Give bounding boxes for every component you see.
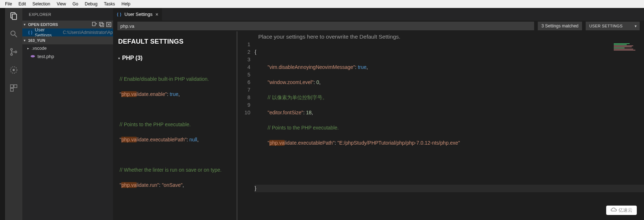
user-settings-editor[interactable]: 12345678910 { "vim.disableAnnoyingNeovim… bbox=[237, 41, 644, 220]
folder-vscode[interactable]: ▸ .vscode bbox=[22, 44, 113, 52]
chevron-down-icon: ▾ bbox=[118, 56, 120, 60]
line-gutter: 12345678910 bbox=[237, 41, 255, 220]
chevron-down-icon: ▾ bbox=[24, 39, 27, 42]
svg-rect-11 bbox=[10, 88, 13, 91]
settings-search-bar: 3 Settings matched USER SETTINGS bbox=[113, 21, 644, 31]
extensions-icon[interactable] bbox=[9, 83, 19, 93]
app-main: EXPLORER ▾ OPEN EDITORS { } User Setting… bbox=[5, 8, 644, 220]
svg-point-5 bbox=[11, 54, 13, 56]
open-editor-item[interactable]: { } User Settings C:\Users\Administrator… bbox=[22, 28, 113, 36]
tab-bar: { } User Settings × bbox=[113, 8, 644, 21]
editor-area: { } User Settings × 3 Settings matched U… bbox=[113, 8, 644, 220]
menubar: File Edit Selection View Go Debug Tasks … bbox=[0, 0, 644, 8]
default-settings-code[interactable]: // Enable/disable built-in PHP validatio… bbox=[120, 68, 232, 204]
settings-search-input[interactable] bbox=[117, 22, 534, 30]
svg-point-4 bbox=[11, 49, 13, 50]
settings-group-php[interactable]: ▾ PHP (3) bbox=[118, 55, 232, 61]
project-name: 163_YUN bbox=[28, 38, 45, 43]
user-settings-hint: Place your settings here to overwrite th… bbox=[237, 31, 644, 41]
debug-icon[interactable] bbox=[9, 65, 19, 75]
menu-edit[interactable]: Edit bbox=[15, 1, 29, 7]
save-all-icon[interactable] bbox=[99, 22, 104, 27]
json-file-icon: { } bbox=[117, 12, 122, 17]
php-file-icon bbox=[30, 54, 35, 59]
folder-label: .vscode bbox=[32, 46, 46, 51]
menu-debug[interactable]: Debug bbox=[82, 1, 100, 7]
close-icon[interactable]: × bbox=[156, 12, 158, 17]
default-settings-title: DEFAULT SETTINGS bbox=[118, 38, 232, 45]
file-test-php[interactable]: test.php bbox=[22, 52, 113, 60]
settings-panes: DEFAULT SETTINGS ▾ PHP (3) // Enable/dis… bbox=[113, 31, 644, 220]
settings-scope-dropdown[interactable]: USER SETTINGS bbox=[586, 22, 640, 30]
svg-point-2 bbox=[11, 31, 15, 35]
search-icon[interactable] bbox=[9, 29, 19, 39]
svg-point-8 bbox=[13, 69, 14, 71]
svg-rect-10 bbox=[14, 85, 17, 88]
source-control-icon[interactable] bbox=[9, 47, 19, 57]
svg-rect-1 bbox=[12, 14, 17, 19]
file-label: test.php bbox=[37, 54, 54, 59]
new-file-icon[interactable] bbox=[91, 22, 97, 27]
sidebar: EXPLORER ▾ OPEN EDITORS { } User Setting… bbox=[22, 8, 113, 220]
menu-go[interactable]: Go bbox=[70, 1, 81, 7]
svg-line-3 bbox=[15, 35, 17, 37]
settings-match-count: 3 Settings matched bbox=[538, 22, 582, 30]
close-all-icon[interactable] bbox=[106, 22, 112, 27]
code-lines[interactable]: { "vim.disableAnnoyingNeovimMessage": tr… bbox=[255, 41, 644, 220]
svg-rect-12 bbox=[93, 22, 95, 26]
activity-bar bbox=[5, 8, 22, 220]
chevron-down-icon: ▾ bbox=[24, 23, 27, 26]
menu-help[interactable]: Help bbox=[118, 1, 133, 7]
menu-view[interactable]: View bbox=[54, 1, 69, 7]
watermark-badge: 亿速云 bbox=[606, 206, 637, 215]
project-header[interactable]: ▾ 163_YUN bbox=[22, 36, 113, 44]
group-label: PHP (3) bbox=[122, 55, 143, 61]
menu-file[interactable]: File bbox=[2, 1, 15, 7]
open-editor-path: C:\Users\Administrator\App... bbox=[63, 30, 113, 35]
external-sliver bbox=[0, 8, 5, 220]
menu-tasks[interactable]: Tasks bbox=[101, 1, 118, 7]
json-file-icon: { } bbox=[28, 30, 33, 35]
svg-point-6 bbox=[15, 51, 17, 53]
default-settings-pane: DEFAULT SETTINGS ▾ PHP (3) // Enable/dis… bbox=[113, 31, 237, 220]
menu-selection[interactable]: Selection bbox=[30, 1, 53, 7]
svg-point-16 bbox=[31, 55, 35, 57]
chevron-right-icon: ▸ bbox=[27, 47, 30, 50]
svg-rect-14 bbox=[100, 23, 104, 27]
svg-rect-9 bbox=[10, 85, 13, 88]
tab-label: User Settings bbox=[125, 12, 153, 17]
open-editors-label: OPEN EDITORS bbox=[28, 22, 58, 27]
tab-user-settings[interactable]: { } User Settings × bbox=[113, 8, 162, 21]
svg-rect-13 bbox=[99, 22, 103, 26]
user-settings-pane: Place your settings here to overwrite th… bbox=[237, 31, 644, 220]
sidebar-title: EXPLORER bbox=[22, 8, 113, 21]
explorer-icon[interactable] bbox=[9, 11, 19, 21]
